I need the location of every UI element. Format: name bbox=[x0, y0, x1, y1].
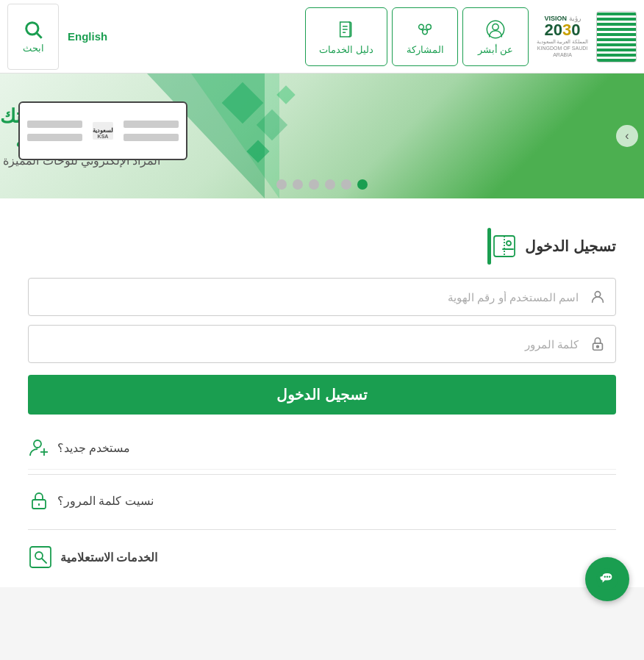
license-plate-card: السعودية KSA bbox=[18, 101, 187, 160]
nav-item-services-guide[interactable]: دليل الخدمات bbox=[305, 7, 387, 66]
inquiry-section: الخدمات الاستعلامية bbox=[28, 529, 616, 580]
plate-center: السعودية KSA bbox=[93, 122, 113, 140]
person-circle-icon bbox=[484, 18, 507, 40]
absher-logo bbox=[596, 11, 637, 62]
banner-dot-6[interactable] bbox=[276, 179, 287, 190]
svg-point-18 bbox=[595, 292, 600, 297]
svg-line-8 bbox=[427, 29, 429, 31]
svg-line-28 bbox=[42, 559, 46, 563]
header-left: ابحث English bbox=[7, 4, 107, 70]
new-user-label: مستخدم جديد؟ bbox=[57, 441, 130, 455]
svg-point-20 bbox=[597, 345, 599, 348]
forgot-password-label: نسيت كلمة المرور؟ bbox=[57, 494, 154, 508]
svg-text:السعودية: السعودية bbox=[93, 127, 113, 134]
lock-icon bbox=[590, 336, 606, 352]
banner-dots bbox=[276, 179, 368, 190]
svg-point-21 bbox=[34, 440, 41, 448]
username-input[interactable] bbox=[28, 278, 616, 316]
plate-left-lines bbox=[124, 121, 179, 141]
banner-diamond-4 bbox=[276, 85, 295, 104]
forgot-password-link[interactable]: نسيت كلمة المرور؟ bbox=[28, 479, 616, 522]
search-icon bbox=[23, 19, 43, 40]
svg-point-30 bbox=[604, 576, 606, 578]
svg-point-5 bbox=[426, 24, 432, 29]
english-language-link[interactable]: English bbox=[68, 30, 107, 43]
svg-rect-26 bbox=[30, 547, 51, 567]
nav-participation-label: المشاركة bbox=[407, 44, 444, 55]
search-label: ابحث bbox=[23, 43, 44, 54]
plate-line-3 bbox=[27, 121, 82, 128]
svg-line-1 bbox=[37, 33, 41, 37]
divider bbox=[28, 474, 616, 475]
banner-dot-5[interactable] bbox=[293, 179, 303, 190]
login-section: تسجيل الدخول bbox=[21, 228, 623, 580]
inquiry-search-icon bbox=[28, 545, 53, 570]
login-title: تسجيل الدخول bbox=[525, 237, 616, 255]
banner-dot-2[interactable] bbox=[341, 179, 351, 190]
plate-line-1 bbox=[124, 121, 179, 128]
login-header: تسجيل الدخول bbox=[491, 233, 616, 259]
login-button[interactable]: تسجيل الدخول bbox=[28, 375, 616, 415]
plate-right-lines bbox=[27, 121, 82, 141]
svg-point-32 bbox=[609, 576, 610, 578]
user-icon bbox=[590, 289, 606, 305]
chat-icon bbox=[595, 567, 619, 591]
header-nav: رؤية VISION 2030 المملكة العربية السعودي… bbox=[305, 7, 637, 66]
header: ابحث English رؤية VISION 2030 المملكة ال… bbox=[0, 0, 644, 73]
nav-services-guide-label: دليل الخدمات bbox=[319, 44, 373, 55]
add-user-icon bbox=[28, 437, 50, 459]
new-user-link[interactable]: مستخدم جديد؟ bbox=[28, 426, 616, 470]
svg-point-3 bbox=[493, 24, 498, 29]
inquiry-label: الخدمات الاستعلامية bbox=[60, 550, 157, 564]
chat-support-button[interactable] bbox=[585, 557, 629, 601]
nav-about-absher-label: عن أبشر bbox=[478, 44, 514, 55]
search-button[interactable]: ابحث bbox=[7, 4, 59, 70]
inquiry-link[interactable]: الخدمات الاستعلامية bbox=[28, 534, 616, 580]
svg-point-0 bbox=[26, 23, 38, 35]
forgot-password-icon bbox=[28, 489, 50, 512]
username-field-group bbox=[28, 278, 616, 316]
plate-line-4 bbox=[27, 134, 82, 141]
saudi-emblem: السعودية KSA bbox=[93, 122, 113, 140]
hero-banner: السعودية KSA احصـل على لـوحـتك المميزة م… bbox=[0, 73, 644, 198]
plate-line-2 bbox=[124, 134, 179, 141]
links-section: مستخدم جديد؟ نسيت كلمة المرور؟ bbox=[28, 426, 616, 522]
svg-line-7 bbox=[421, 29, 423, 31]
login-header-wrap: تسجيل الدخول bbox=[28, 228, 616, 265]
svg-point-31 bbox=[607, 576, 608, 578]
vision-2030-logo: رؤية VISION 2030 المملكة العربية السعودي… bbox=[533, 11, 592, 62]
banner-dot-3[interactable] bbox=[325, 179, 335, 190]
banner-next-arrow[interactable]: › bbox=[616, 125, 638, 147]
main-content: تسجيل الدخول bbox=[0, 198, 644, 587]
login-section-icon bbox=[491, 233, 518, 259]
svg-text:KSA: KSA bbox=[98, 134, 109, 139]
book-icon bbox=[335, 18, 357, 40]
inquiry-divider bbox=[28, 529, 616, 530]
nav-item-participation[interactable]: المشاركة bbox=[392, 7, 458, 66]
banner-dot-1[interactable] bbox=[357, 179, 368, 190]
password-field-group bbox=[28, 325, 616, 363]
password-input[interactable] bbox=[28, 325, 616, 363]
participation-icon bbox=[414, 18, 436, 40]
nav-item-about-absher[interactable]: عن أبشر bbox=[462, 7, 529, 66]
svg-point-4 bbox=[419, 24, 424, 29]
banner-dot-4[interactable] bbox=[309, 179, 319, 190]
svg-point-17 bbox=[507, 241, 511, 245]
